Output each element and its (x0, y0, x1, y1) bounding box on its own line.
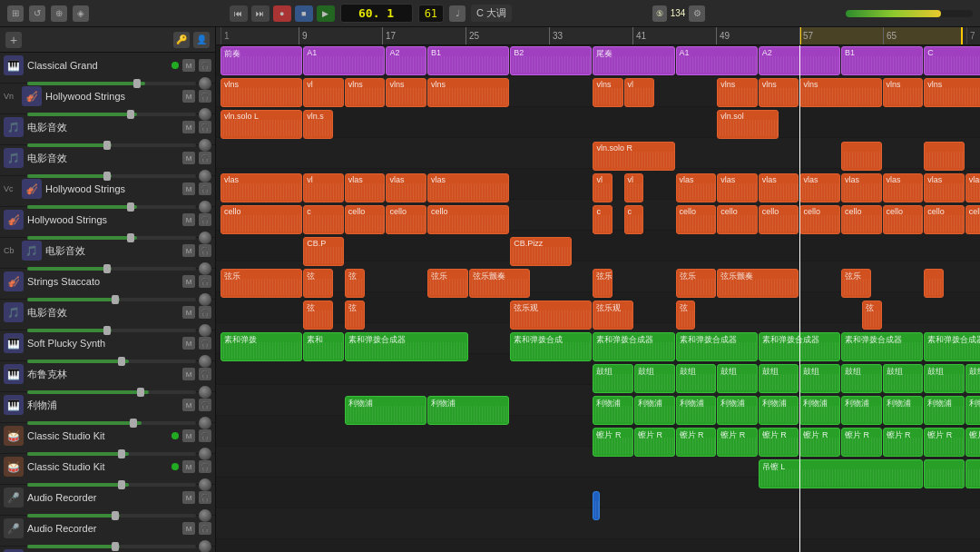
track-fader-classic-studio-kit-1[interactable] (27, 452, 196, 456)
track-headphone-audio-recorder-2[interactable]: 🎧 (199, 522, 211, 535)
track-mute-effect-1[interactable]: M (182, 121, 195, 133)
key-display[interactable]: C 大调 (471, 5, 512, 22)
punch-icon[interactable]: ⊕ (51, 5, 67, 22)
track-item-audio-recorder-1[interactable]: 🎤 Audio Recorder M 🎧 (0, 485, 215, 516)
track-headphone-soft-plucky[interactable]: 🎧 (199, 337, 211, 350)
track-mute-audio-recorder-1[interactable]: M (182, 491, 195, 504)
tempo-icon[interactable]: ⑤ (652, 5, 667, 22)
track-fader-effect-4[interactable] (27, 329, 196, 332)
track-item-classic-studio-kit-1[interactable]: 🥁 Classic Studio Kit M 🎧 (0, 423, 215, 454)
track-mute-effect-4[interactable]: M (182, 306, 195, 319)
track-icon-classic-studio-kit-2: 🥁 (4, 457, 24, 477)
track-item-effect-1[interactable]: 🎵 电影音效 M 🎧 (0, 114, 215, 145)
track-mute-soft-plucky[interactable]: M (182, 337, 195, 350)
capture-icon[interactable]: ◈ (73, 5, 89, 22)
track-mute-hollywood-strings-1[interactable]: M (182, 90, 195, 103)
settings-icon[interactable]: ⚙ (689, 5, 705, 22)
forward-button[interactable]: ⏭ (251, 5, 270, 22)
track-item-hollywood-strings-3[interactable]: 🎻 Hollywood Strings M 🎧 (0, 207, 215, 238)
track-item-classical-grand[interactable]: 🎹 Classical Grand M 🎧 (0, 53, 215, 84)
track-name-布鲁克林: 布鲁克林 (27, 368, 179, 381)
key-icon[interactable]: 🔑 (173, 32, 190, 48)
arrangement-track-row-0 (216, 45, 980, 76)
track-headphone-effect-3[interactable]: 🎧 (199, 244, 211, 257)
track-icon-strings-staccato: 🎻 (4, 271, 24, 291)
track-item-hollywood-strings-2[interactable]: Vc 🎻 Hollywood Strings M 🎧 (0, 176, 215, 207)
loop-icon[interactable]: ↺ (29, 5, 45, 22)
track-fader-effect-2[interactable] (27, 174, 196, 178)
record-button[interactable]: ● (273, 5, 291, 22)
track-mute-利物浦[interactable]: M (182, 399, 195, 411)
track-item-布鲁克林[interactable]: 🎹 布鲁克林 M 🎧 (0, 361, 215, 392)
track-fader-hollywood-strings-3[interactable] (27, 236, 196, 240)
beat-display: 61 (418, 5, 444, 23)
track-fader-strings-staccato[interactable] (27, 298, 196, 301)
track-item-利物浦[interactable]: 🎹 利物浦 M 🎧 (0, 392, 215, 423)
track-mute-布鲁克林[interactable]: M (182, 368, 195, 380)
track-fader-audio-recorder-2[interactable] (27, 545, 196, 548)
track-fader-audio-recorder-1[interactable] (27, 514, 196, 518)
track-headphone-effect-2[interactable]: 🎧 (199, 152, 211, 164)
track-item-effect-4[interactable]: 🎵 电影音效 M 🎧 (0, 300, 215, 330)
track-top-audio-recorder-2: 🎤 Audio Recorder M 🎧 (4, 518, 211, 538)
track-fader-soft-plucky[interactable] (27, 360, 196, 363)
track-mute-hollywood-strings-2[interactable]: M (182, 182, 195, 195)
track-item-audio-recorder-2[interactable]: 🎤 Audio Recorder M 🎧 (0, 516, 215, 547)
rewind-button[interactable]: ⏮ (230, 5, 248, 22)
add-track-button[interactable]: + (5, 32, 22, 48)
track-headphone-strings-staccato[interactable]: 🎧 (199, 275, 211, 288)
track-item-soft-plucky[interactable]: 🎹 Soft Plucky Synth M 🎧 (0, 330, 215, 361)
track-headphone-effect-1[interactable]: 🎧 (199, 121, 211, 133)
track-headphone-hollywood-strings-3[interactable]: 🎧 (199, 213, 211, 226)
track-fader-hollywood-strings-1[interactable] (27, 113, 196, 116)
grid-icon[interactable]: ⊞ (7, 5, 24, 22)
track-item-effect-3[interactable]: Cb 🎵 电影音效 M 🎧 (0, 238, 215, 269)
track-mute-classic-studio-kit-2[interactable]: M (182, 460, 195, 473)
track-fader-classic-studio-kit-2[interactable] (27, 483, 196, 487)
track-mute-classical-grand[interactable]: M (182, 59, 195, 72)
loop-region[interactable] (799, 27, 963, 44)
track-mute-hollywood-strings-3[interactable]: M (182, 213, 195, 226)
track-mute-classic-studio-kit-1[interactable]: M (182, 429, 195, 442)
track-fader-classical-grand[interactable] (27, 82, 196, 85)
track-item-classic-studio-kit-2[interactable]: 🥁 Classic Studio Kit M 🎧 (0, 454, 215, 485)
track-headphone-classical-grand[interactable]: 🎧 (199, 59, 211, 72)
arrangement-view[interactable]: 1 9 17 25 33 41 49 57 65 7 前奏A1A2B1B2尾奏A… (216, 27, 980, 552)
track-fader-利物浦[interactable] (27, 421, 196, 425)
track-headphone-hollywood-strings-2[interactable]: 🎧 (199, 182, 211, 195)
track-label-left-hollywood-strings-2: Vc (4, 184, 18, 193)
arrangement-track-row-12 (216, 416, 980, 447)
track-fader-effect-1[interactable] (27, 143, 196, 147)
track-mute-strings-staccato[interactable]: M (182, 275, 195, 288)
arrangement-track-row-2 (216, 107, 980, 138)
metronome-icon[interactable]: ♩ (449, 5, 466, 22)
track-icon-audio-recorder-1: 🎤 (4, 488, 24, 508)
track-mute-effect-2[interactable]: M (182, 152, 195, 164)
track-headphone-hollywood-strings-1[interactable]: 🎧 (199, 90, 211, 103)
track-mute-effect-3[interactable]: M (182, 244, 195, 257)
track-item-strings-staccato[interactable]: 🎻 Strings Staccato M 🎧 (0, 269, 215, 300)
stop-button[interactable]: ■ (295, 5, 313, 22)
play-button[interactable]: ▶ (317, 5, 335, 22)
track-headphone-布鲁克林[interactable]: 🎧 (199, 368, 211, 380)
ruler-mark-41: 41 (632, 27, 646, 44)
track-headphone-effect-4[interactable]: 🎧 (199, 306, 211, 319)
track-top-利物浦: 🎹 利物浦 M 🎧 (4, 395, 211, 415)
track-item-effect-2[interactable]: 🎵 电影音效 M 🎧 (0, 145, 215, 176)
track-icon-classical-grand: 🎹 (4, 55, 24, 75)
track-item-hollywood-strings-1[interactable]: Vn 🎻 Hollywood Strings M 🎧 (0, 84, 215, 114)
track-headphone-classic-studio-kit-1[interactable]: 🎧 (199, 429, 211, 442)
arrangement-track-row-16 (216, 539, 980, 552)
track-fader-布鲁克林[interactable] (27, 390, 196, 394)
track-headphone-利物浦[interactable]: 🎧 (199, 399, 211, 411)
track-mute-audio-recorder-2[interactable]: M (182, 522, 195, 535)
track-fader-hollywood-strings-2[interactable] (27, 205, 196, 209)
track-headphone-classic-studio-kit-2[interactable]: 🎧 (199, 460, 211, 473)
ruler-mark-49: 49 (716, 27, 730, 44)
track-name-利物浦: 利物浦 (27, 399, 179, 412)
arrangement-track-row-5 (216, 200, 980, 231)
tracks-area[interactable]: 前奏A1A2B1B2尾奏A1A2B1CB1尾奏vlnsvlvlnsvlnsvln… (216, 45, 980, 552)
user-icon[interactable]: 👤 (193, 32, 210, 48)
track-fader-effect-3[interactable] (27, 267, 196, 271)
track-headphone-audio-recorder-1[interactable]: 🎧 (199, 491, 211, 504)
